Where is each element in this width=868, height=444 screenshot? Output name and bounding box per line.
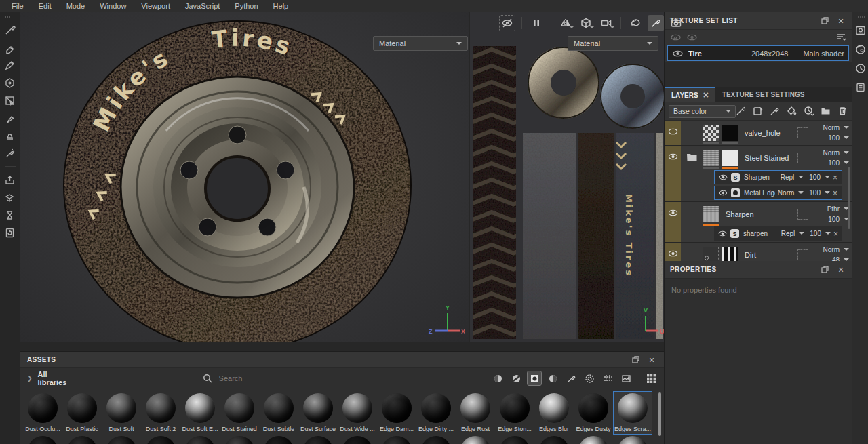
history-hourglass-button[interactable]	[2, 207, 18, 223]
add-paint-layer-icon[interactable]	[770, 106, 780, 117]
assets-scrollbar[interactable]	[658, 392, 661, 436]
remove-effect-icon[interactable]	[833, 229, 838, 239]
pause-engine-button[interactable]	[528, 15, 545, 31]
screenshot-button[interactable]	[668, 15, 684, 31]
history-icon[interactable]	[854, 62, 867, 75]
blend-mode-dropdown[interactable]: Norm	[814, 123, 849, 133]
asset-item[interactable]	[377, 436, 416, 444]
layer-visibility-cell[interactable]	[665, 146, 681, 201]
asset-item[interactable]: Dust Stained	[220, 391, 259, 435]
asset-item[interactable]: Edge Ston...	[495, 391, 534, 435]
projection-tool-button[interactable]	[2, 57, 18, 73]
blend-mode-dropdown[interactable]: Norm	[814, 148, 849, 158]
effect-row-sharpen[interactable]: S Sharpen Repl 100	[714, 170, 842, 184]
menu-item-viewport[interactable]: Viewport	[134, 1, 178, 12]
resources-updater-button[interactable]	[2, 224, 18, 241]
viewport-2d[interactable]: Mike's Tires Material V U	[470, 12, 664, 342]
asset-item[interactable]	[338, 436, 377, 444]
asset-item[interactable]	[62, 436, 102, 444]
menu-item-help[interactable]: Help	[266, 1, 296, 12]
mask-placeholder-icon[interactable]	[797, 153, 808, 163]
delete-layer-trash-icon[interactable]	[837, 106, 848, 117]
asset-item[interactable]	[495, 436, 534, 444]
shader-settings-icon[interactable]	[854, 43, 867, 56]
viewport-3d[interactable]: Mike's Tires Material Y X	[20, 12, 469, 342]
asset-item[interactable]	[220, 436, 259, 444]
grid-view-icon[interactable]	[645, 371, 657, 385]
layer-row[interactable]: valve_hole Norm 100	[681, 121, 852, 145]
chevron-right-icon[interactable]: ❯	[27, 375, 33, 382]
asset-item[interactable]	[180, 436, 220, 444]
asset-item[interactable]: Edges Blur	[534, 391, 574, 435]
layer-mask-thumbnail[interactable]	[703, 125, 719, 141]
close-icon[interactable]	[646, 355, 657, 365]
asset-item[interactable]: Dust Subtle	[259, 391, 298, 435]
close-tab-icon[interactable]	[703, 90, 709, 100]
paint-tool-button[interactable]	[2, 22, 18, 38]
asset-item[interactable]	[102, 436, 141, 444]
menu-item-javascript[interactable]: JavaScript	[178, 1, 227, 12]
opacity-dropdown[interactable]: 100	[814, 214, 849, 224]
tab-texture-set-settings[interactable]: TEXTURE SET SETTINGS	[715, 87, 812, 102]
toolbar-grip[interactable]	[5, 16, 15, 18]
undock-icon[interactable]	[630, 355, 641, 365]
asset-search[interactable]	[203, 370, 482, 386]
layer-row[interactable]: Steel Stained Norm 100	[681, 146, 852, 170]
layer-row[interactable]: Dirt Norm 48	[681, 243, 852, 261]
log-icon[interactable]	[854, 81, 867, 94]
effect-blend-dropdown[interactable]: Norm	[778, 189, 804, 197]
filter-sort-icon[interactable]	[835, 32, 846, 43]
layer-mask-thumbnail[interactable]	[722, 150, 738, 166]
layer-thumbnail[interactable]	[703, 206, 719, 222]
blend-mode-dropdown[interactable]: Norm	[814, 245, 849, 255]
eye-all-icon[interactable]	[670, 32, 681, 43]
asset-item[interactable]: Dust Wide ...	[338, 391, 377, 435]
asset-item[interactable]	[23, 436, 62, 444]
asset-item[interactable]	[456, 436, 495, 444]
mask-placeholder-icon[interactable]	[797, 127, 808, 138]
shading-mode-dropdown-3d[interactable]: Material	[373, 36, 468, 51]
filter-environments-icon[interactable]	[619, 371, 633, 385]
dock-grip[interactable]	[856, 16, 865, 18]
fill-layer-thumbnail[interactable]	[703, 247, 719, 261]
filter-smart-materials-icon[interactable]	[509, 371, 523, 385]
layer-color-thumbnail[interactable]	[722, 125, 738, 141]
undock-icon[interactable]	[819, 16, 830, 26]
effect-visibility-eye-icon[interactable]	[719, 190, 728, 196]
tab-layers[interactable]: LAYERS	[665, 87, 715, 102]
asset-item[interactable]	[259, 436, 298, 444]
effect-blend-dropdown[interactable]: Repl	[781, 174, 804, 181]
menu-item-file[interactable]: File	[4, 1, 31, 12]
menu-item-python[interactable]: Python	[227, 1, 265, 12]
add-group-folder-icon[interactable]	[821, 106, 831, 117]
close-icon[interactable]	[835, 264, 846, 275]
asset-item[interactable]	[613, 436, 652, 444]
mask-placeholder-icon[interactable]	[797, 249, 808, 260]
asset-item[interactable]	[416, 436, 456, 444]
asset-item[interactable]	[141, 436, 180, 444]
channel-filter-dropdown[interactable]: Base color	[669, 105, 736, 118]
remove-effect-icon[interactable]	[833, 173, 837, 182]
geometry-mask-tool-button[interactable]	[2, 92, 18, 108]
projection-mode-button[interactable]	[578, 15, 594, 31]
layers-scrollbar[interactable]	[848, 167, 850, 229]
asset-item[interactable]: Edge Dirty ...	[416, 391, 456, 435]
filter-textures-icon[interactable]	[601, 371, 614, 385]
layer-row[interactable]: Sharpen Pthr 100	[681, 202, 852, 226]
add-smart-mask-icon[interactable]	[736, 106, 746, 117]
asset-item[interactable]: Edge Dam...	[377, 391, 416, 435]
paint-mode-button[interactable]	[648, 15, 664, 31]
quick-bake-icon[interactable]	[627, 15, 644, 31]
effect-opacity-dropdown[interactable]: 100	[809, 189, 830, 197]
opacity-dropdown[interactable]: 48	[814, 255, 849, 261]
layer-material-thumbnail[interactable]	[703, 150, 719, 166]
remove-effect-icon[interactable]	[833, 188, 837, 198]
menu-item-edit[interactable]: Edit	[31, 1, 59, 12]
asset-item[interactable]: Dust Soft 2	[141, 391, 180, 435]
shading-mode-dropdown-2d[interactable]: Material	[568, 36, 658, 51]
polygon-fill-tool-button[interactable]	[2, 75, 18, 91]
effect-blend-dropdown[interactable]: Repl	[781, 230, 805, 237]
filter-brushes-icon[interactable]	[564, 371, 578, 385]
close-icon[interactable]	[835, 16, 846, 26]
layer-visibility-cell[interactable]	[665, 243, 681, 261]
